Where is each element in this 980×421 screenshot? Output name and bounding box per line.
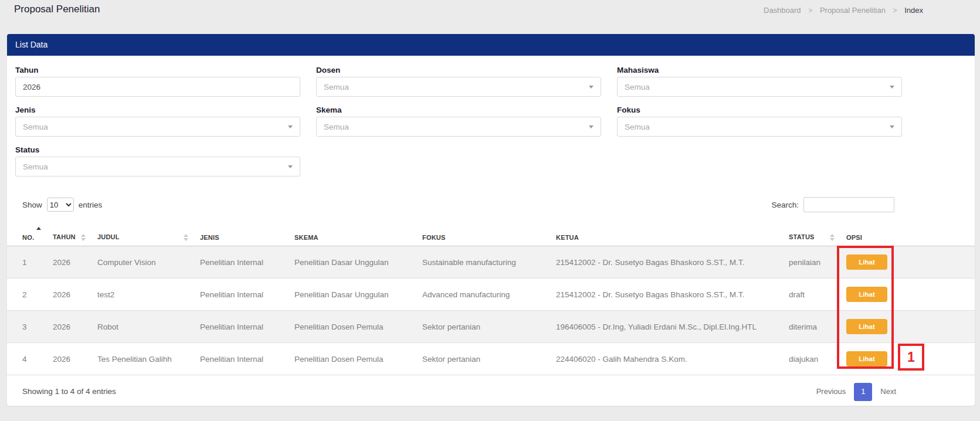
breadcrumb-separator-icon: > [893,6,897,15]
cell-judul: Computer Vision [97,246,200,279]
filter-tahun: Tahun [15,66,300,97]
status-select[interactable]: Semua [15,157,300,176]
column-label: SKEMA [294,234,318,241]
pagination: Previous 1 Next [816,382,896,401]
chevron-down-icon [890,125,894,128]
cell-skema: Penelitian Dosen Pemula [294,343,422,375]
column-header-ketua: KETUA [556,226,789,246]
cell-opsi: Lihat [846,279,975,311]
search-group: Search: [771,197,894,212]
filter-mahasiswa: Mahasiswa Semua [617,66,902,97]
cell-ketua: 224406020 - Galih Mahendra S.Kom. [556,343,789,375]
lihat-button[interactable]: Lihat [846,287,887,302]
cell-status: draft [789,279,846,311]
dosen-label: Dosen [316,66,601,74]
chevron-down-icon [890,86,894,89]
page-length-select[interactable]: 10 [47,198,74,212]
table-info: Showing 1 to 4 of 4 entries [22,387,116,396]
mahasiswa-selected-value: Semua [625,83,890,91]
column-header-jenis: JENIS [200,226,294,246]
breadcrumb-proposal-penelitian[interactable]: Proposal Penelitian [820,6,886,15]
page-title: Proposal Penelitian [14,4,100,15]
cell-status: diajukan [789,343,846,375]
cell-fokus: Advanced manufacturing [422,279,556,311]
filter-status: Status Semua [15,146,300,176]
sort-icon [830,234,835,241]
entries-label: entries [79,201,103,209]
cell-skema: Penelitian Dasar Unggulan [294,279,422,311]
jenis-label: Jenis [15,106,300,114]
column-header-no[interactable]: NO. [7,226,53,246]
column-header-opsi: OPSI [846,226,975,246]
cell-no: 4 [7,343,53,375]
previous-button[interactable]: Previous [816,382,846,401]
page-1-button[interactable]: 1 [854,383,872,401]
column-header-judul[interactable]: JUDUL [97,226,200,246]
search-input[interactable] [803,197,894,212]
chevron-down-icon [589,86,594,89]
column-header-status[interactable]: STATUS [789,226,846,246]
table-row: 32026RobotPenelitian InternalPenelitian … [7,311,975,343]
lihat-button[interactable]: Lihat [846,319,887,334]
cell-ketua: 215412002 - Dr. Susetyo Bagas Bhaskoro S… [556,246,789,279]
tahun-input[interactable] [15,77,300,97]
filter-dosen: Dosen Semua [316,66,601,97]
table-controls: Show 10 entries Search: [7,197,975,212]
card-header: List Data [7,34,975,56]
cell-judul: Robot [97,311,200,343]
cell-skema: Penelitian Dasar Unggulan [294,246,422,279]
tahun-label: Tahun [15,66,300,74]
column-label: KETUA [556,234,579,241]
chevron-down-icon [288,125,293,128]
cell-jenis: Penelitian Internal [200,246,294,279]
jenis-selected-value: Semua [23,123,288,131]
mahasiswa-label: Mahasiswa [617,66,902,74]
fokus-selected-value: Semua [625,123,890,131]
filter-fokus: Fokus Semua [617,106,902,137]
cell-opsi: Lihat [846,311,975,343]
dosen-select[interactable]: Semua [316,77,601,97]
column-label: TAHUN [53,233,76,240]
table-row: 12026Computer VisionPenelitian InternalP… [7,246,975,279]
cell-judul: test2 [97,279,200,311]
sort-icon [36,227,41,234]
column-header-tahun[interactable]: TAHUN [53,226,97,246]
skema-label: Skema [316,106,601,114]
column-label: NO. [22,234,34,241]
cell-fokus: Sektor pertanian [422,311,556,343]
skema-select[interactable]: Semua [316,117,601,137]
cell-tahun: 2026 [53,279,97,311]
cell-tahun: 2026 [53,246,97,279]
column-label: FOKUS [422,234,446,241]
dosen-selected-value: Semua [324,83,589,91]
column-header-fokus: FOKUS [422,226,556,246]
breadcrumb-separator-icon: > [808,6,812,15]
jenis-select[interactable]: Semua [15,117,300,137]
table-row: 22026test2Penelitian InternalPenelitian … [7,279,975,311]
cell-status: diterima [789,311,846,343]
breadcrumb: Dashboard > Proposal Penelitian > Index [764,6,923,15]
cell-opsi: Lihat [846,246,975,279]
cell-ketua: 215412002 - Dr. Susetyo Bagas Bhaskoro S… [556,279,789,311]
cell-no: 1 [7,246,53,279]
proposal-table: NO.TAHUNJUDULJENISSKEMAFOKUSKETUASTATUSO… [7,226,975,375]
column-label: STATUS [789,233,815,240]
status-label: Status [15,146,300,154]
lihat-button[interactable]: Lihat [846,351,887,366]
fokus-select[interactable]: Semua [617,117,902,137]
column-label: JENIS [200,234,219,241]
cell-ketua: 196406005 - Dr.Ing, Yuliadi Erdani M.Sc.… [556,311,789,343]
table-head-row: NO.TAHUNJUDULJENISSKEMAFOKUSKETUASTATUSO… [7,226,975,246]
lihat-button[interactable]: Lihat [846,254,887,270]
filter-jenis: Jenis Semua [15,106,300,137]
cell-status: penilaian [789,246,846,279]
breadcrumb-dashboard[interactable]: Dashboard [764,6,801,15]
cell-fokus: Sektor pertanian [422,343,556,375]
cell-tahun: 2026 [53,343,97,375]
sort-icon [184,234,188,241]
column-label: JUDUL [97,233,120,240]
cell-no: 2 [7,279,53,311]
mahasiswa-select[interactable]: Semua [617,77,902,97]
cell-jenis: Penelitian Internal [200,279,294,311]
next-button[interactable]: Next [880,382,896,401]
